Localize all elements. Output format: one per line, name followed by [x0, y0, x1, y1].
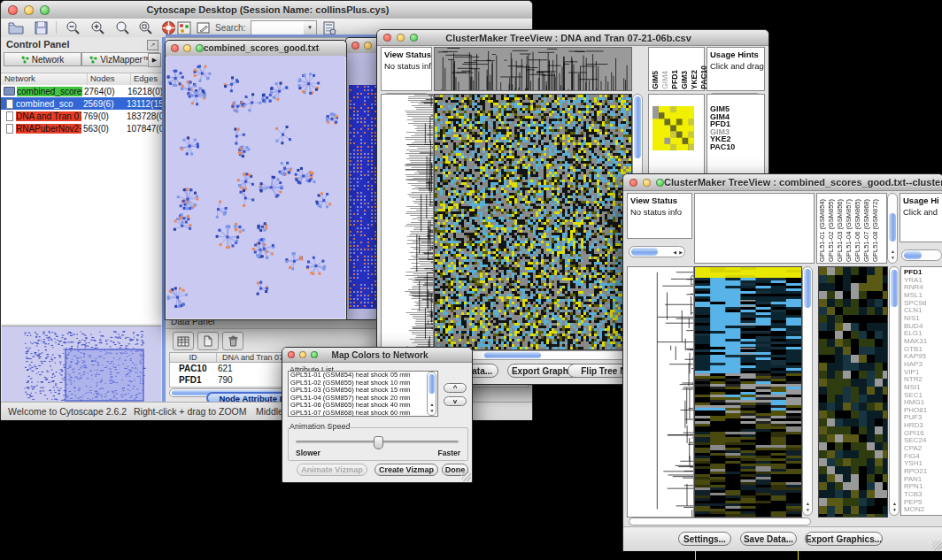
zoom-out-button[interactable]	[63, 20, 82, 35]
scroll-up-icon[interactable]: ▲	[891, 249, 895, 254]
minimize-button[interactable]	[364, 42, 372, 50]
column-label[interactable]: GPL51-04 (GSM857)	[845, 199, 853, 262]
scrollbar-thumb[interactable]	[904, 251, 922, 259]
tv2-save-data-button[interactable]: Save Data...	[740, 532, 797, 546]
data-col-id[interactable]: ID	[170, 353, 217, 362]
attribute-list-item[interactable]: GPL51-07 (GSM868) heat shock 60 min	[289, 410, 437, 418]
scroll-down-icon[interactable]: ▼	[891, 256, 895, 260]
zoom-fit-button[interactable]	[112, 20, 132, 35]
scrollbar-thumb[interactable]	[631, 248, 658, 256]
gene-label[interactable]: PFD1	[710, 120, 764, 128]
column-label[interactable]: GPL51-06 (GSM865)	[853, 199, 862, 262]
move-attribute-up-button[interactable]: ^	[444, 383, 467, 393]
gene-label[interactable]: SEC1	[904, 392, 942, 400]
treeview2-titlebar[interactable]: ClusterMaker TreeView : combined_scores_…	[623, 174, 942, 191]
column-label[interactable]: GPL51-02 (GSM855)	[827, 199, 836, 262]
zoom-window-button[interactable]	[410, 34, 418, 42]
gene-label[interactable]: HMG1	[904, 399, 942, 407]
scroll-up-icon[interactable]: ▲	[892, 502, 897, 506]
close-button[interactable]	[351, 42, 359, 50]
scrollbar-thumb[interactable]	[804, 269, 811, 308]
scroll-up-icon[interactable]: ▲	[430, 403, 435, 407]
network-row[interactable]: RNAPuberNov2+ 563(0) 107847(0)	[1, 122, 162, 134]
create-vizmap-button[interactable]: Create Vizmap	[374, 464, 438, 476]
scrollbar-thumb[interactable]	[891, 270, 898, 307]
tv2-heatmap[interactable]	[694, 266, 802, 518]
close-button[interactable]	[8, 5, 18, 15]
column-label[interactable]: GIM5	[651, 71, 660, 89]
gene-label[interactable]: MSL1	[904, 292, 942, 300]
gene-label[interactable]: SPC98	[904, 300, 942, 308]
gene-label[interactable]: PAC10	[710, 143, 764, 151]
tv2-genelist-scrollbar[interactable]: ▲ ▼	[889, 266, 900, 516]
column-label[interactable]: YKE2	[690, 70, 699, 89]
gene-label[interactable]: YSH1	[904, 460, 942, 468]
scroll-down-icon[interactable]: ▼	[430, 409, 435, 413]
minimize-button[interactable]	[24, 5, 34, 15]
gene-label[interactable]: KAP95	[904, 353, 942, 361]
speed-slider-thumb[interactable]	[374, 436, 383, 449]
tv2-settings-button[interactable]: Settings...	[678, 532, 731, 546]
dialog-titlebar[interactable]: Map Colors to Network	[282, 348, 472, 363]
tv1-column-dendrogram[interactable]	[434, 47, 632, 91]
network-view-titlebar[interactable]: combined_scores_good.txt--cluste...	[166, 41, 346, 57]
gene-label[interactable]: PHO81	[904, 407, 942, 415]
network-row[interactable]: combined_scores 2764(0) 16218(0)	[1, 85, 162, 97]
tv1-heatmap[interactable]	[434, 94, 632, 350]
float-panel-icon[interactable]: ↗	[147, 40, 158, 50]
tv2-heatmap-vscrollbar[interactable]: ▲ ▼	[802, 266, 813, 516]
scrollbar-thumb[interactable]	[484, 352, 541, 358]
vizmapper-tool-button[interactable]	[174, 20, 194, 35]
gene-label[interactable]: FIG4	[904, 453, 942, 461]
minimize-button[interactable]	[299, 351, 306, 358]
zoom-window-button[interactable]	[196, 44, 204, 52]
gene-label[interactable]: CLN1	[904, 307, 942, 315]
scroll-right-icon[interactable]: ▶	[679, 250, 683, 255]
column-label[interactable]: PFD1	[670, 70, 679, 89]
network-table-header[interactable]: Network Nodes Edges	[1, 73, 162, 86]
network-graph-canvas[interactable]	[166, 56, 345, 318]
gene-label[interactable]: GIM5	[710, 105, 764, 113]
gene-label[interactable]: BUD4	[904, 323, 942, 331]
column-label[interactable]: GPL51-08 (GSM872)	[871, 199, 880, 262]
scroll-down-icon[interactable]: ▼	[806, 508, 810, 512]
tv2-row-dendrogram[interactable]	[627, 266, 694, 518]
search-dropdown-arrow[interactable]: ▼	[304, 20, 317, 35]
scroll-down-icon[interactable]: ▼	[892, 508, 897, 512]
network-row[interactable]: combined_sco 2569(6) 13112(15)	[1, 97, 162, 110]
gene-label[interactable]: TCB3	[904, 491, 942, 499]
gene-label[interactable]: YKE2	[710, 135, 764, 143]
move-attribute-down-button[interactable]: v	[444, 396, 467, 406]
gene-label[interactable]: HRD3	[904, 422, 942, 430]
gene-label[interactable]: PAN1	[904, 476, 942, 484]
more-tabs-arrow[interactable]: ▶	[148, 53, 161, 67]
gene-label[interactable]: PEP5	[904, 499, 942, 507]
column-label[interactable]: GIM4	[660, 71, 669, 89]
gene-label[interactable]: RPO21	[904, 468, 942, 476]
column-label[interactable]: GPL51-03 (GSM856)	[836, 199, 845, 262]
tv1-row-dendrogram[interactable]	[381, 94, 434, 350]
gene-label[interactable]: GIM3	[710, 128, 764, 136]
gene-label[interactable]: GTB1	[904, 346, 942, 354]
gene-label[interactable]: CPA2	[904, 445, 942, 453]
tv2-zoom-heatmap[interactable]	[818, 266, 888, 518]
close-button[interactable]	[383, 34, 391, 42]
resize-grip[interactable]	[461, 472, 471, 481]
zoom-window-button[interactable]	[40, 5, 50, 15]
save-session-button[interactable]	[31, 20, 50, 35]
close-button[interactable]	[288, 351, 295, 358]
zoom-window-button[interactable]	[311, 351, 318, 358]
annotation-tool-button[interactable]	[194, 20, 213, 35]
network-row[interactable]: DNA and Tran 07 769(0) 183728(0)	[1, 110, 162, 122]
minimize-button[interactable]	[643, 179, 651, 187]
gene-label[interactable]: RPN1	[904, 483, 942, 491]
col-header-edges[interactable]: Edges	[131, 73, 162, 85]
tv1-correlation-matrix[interactable]	[652, 106, 694, 150]
scroll-left-icon[interactable]: ◀	[673, 250, 676, 255]
delete-attribute-button[interactable]	[222, 332, 243, 350]
gene-label[interactable]: VIP1	[904, 369, 942, 377]
gene-label[interactable]: MAK31	[904, 338, 942, 346]
column-label[interactable]: GPL51-01 (GSM854)	[818, 199, 827, 262]
scrollbar-thumb[interactable]	[889, 213, 896, 242]
attribute-list-scrollbar[interactable]: ▲ ▼	[427, 372, 436, 416]
